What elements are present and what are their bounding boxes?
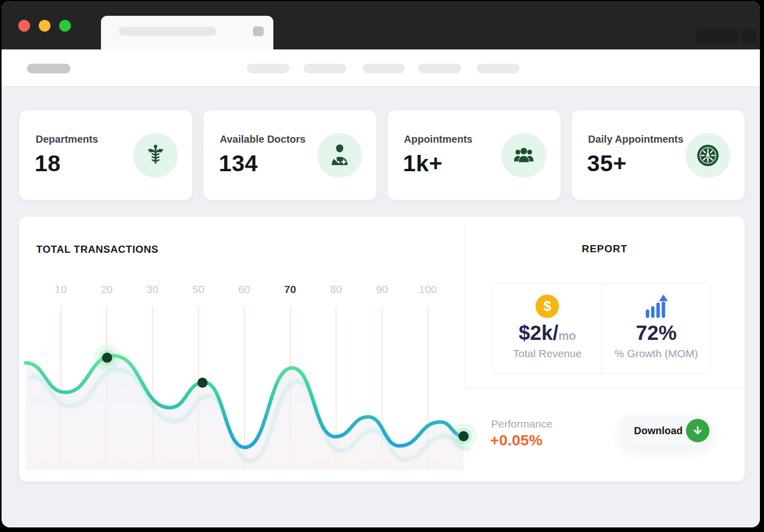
- stat-label: Appointments: [404, 134, 472, 145]
- x-tick: 50: [175, 283, 221, 296]
- dollar-coin-icon: $: [536, 295, 559, 318]
- data-point-marker[interactable]: [459, 431, 469, 441]
- growth-metric: 72% % Growth (MOM): [602, 283, 711, 373]
- stat-value: 18: [35, 150, 61, 177]
- growth-bars-icon: [644, 295, 669, 318]
- stat-card-available-doctors: Available Doctors 134: [203, 111, 376, 200]
- tab-action-placeholder[interactable]: [253, 26, 264, 36]
- x-tick: 10: [38, 283, 84, 296]
- download-button[interactable]: Download: [619, 415, 713, 446]
- caduceus-icon: [133, 133, 178, 178]
- nav-item-placeholder-1[interactable]: [247, 64, 289, 73]
- transactions-report-card: TOTAL TRANSACTIONS 1020305060708090100: [19, 217, 745, 482]
- performance-value: +0.05%: [490, 432, 543, 449]
- stat-card-daily-appointments: Daily Appointments 35+: [572, 111, 745, 200]
- x-tick: 100: [405, 283, 451, 296]
- revenue-metric: $ $2k/mo Total Revenue: [493, 283, 602, 373]
- nav-item-placeholder-3[interactable]: [363, 64, 405, 73]
- tab-title-placeholder: [119, 27, 216, 36]
- stat-label: Available Doctors: [220, 134, 305, 145]
- stats-row: Departments 18: [19, 111, 745, 200]
- traffic-lights: [18, 20, 71, 32]
- x-tick: 80: [313, 283, 359, 296]
- logo-placeholder: [27, 64, 70, 73]
- stat-value: 134: [219, 150, 258, 177]
- browser-tab[interactable]: [101, 16, 273, 49]
- revenue-amount: $2k/: [519, 322, 558, 344]
- report-summary-box: $ $2k/mo Total Revenue: [493, 283, 711, 374]
- titlebar-control-placeholder: [741, 29, 756, 43]
- stat-card-appointments: Appointments 1k+: [388, 111, 561, 200]
- transactions-line-chart: [26, 305, 465, 470]
- minimize-window-button[interactable]: [39, 20, 50, 32]
- growth-label: % Growth (MOM): [615, 348, 698, 360]
- nav-item-placeholder-2[interactable]: [303, 64, 346, 73]
- data-point-marker[interactable]: [197, 378, 208, 388]
- stat-label: Departments: [36, 134, 98, 145]
- navbar: [2, 49, 760, 87]
- nav-item-placeholder-5[interactable]: [477, 64, 520, 73]
- stat-value: 1k+: [403, 150, 443, 177]
- x-tick: 60: [221, 283, 267, 296]
- revenue-unit: mo: [558, 329, 576, 342]
- stat-value: 35+: [587, 150, 627, 177]
- data-point-marker[interactable]: [102, 353, 112, 363]
- people-icon: [501, 133, 546, 178]
- stat-card-departments: Departments 18: [19, 111, 192, 200]
- growth-value: 72%: [636, 323, 677, 343]
- browser-titlebar: [2, 1, 760, 49]
- x-tick: 20: [84, 283, 130, 296]
- report-title: REPORT: [465, 243, 745, 255]
- nav-item-placeholder-4[interactable]: [418, 64, 461, 73]
- performance-label: Performance: [491, 418, 552, 430]
- doctor-icon: [317, 133, 362, 178]
- revenue-label: Total Revenue: [513, 348, 581, 360]
- close-window-button[interactable]: [18, 20, 30, 32]
- panel-horizontal-divider: [465, 388, 745, 389]
- titlebar-controls-placeholder: [696, 29, 738, 43]
- download-arrow-icon: [686, 419, 709, 442]
- stat-label: Daily Appointments: [588, 134, 683, 145]
- x-tick: 90: [359, 283, 405, 296]
- x-tick: 70: [267, 283, 313, 296]
- chart-title: TOTAL TRANSACTIONS: [36, 244, 159, 255]
- revenue-value: $2k/mo: [519, 323, 576, 343]
- browser-window: Departments 18: [2, 1, 760, 527]
- x-tick: 30: [130, 283, 175, 296]
- download-button-label: Download: [634, 425, 683, 437]
- gauge-icon: [685, 133, 730, 178]
- maximize-window-button[interactable]: [59, 20, 71, 32]
